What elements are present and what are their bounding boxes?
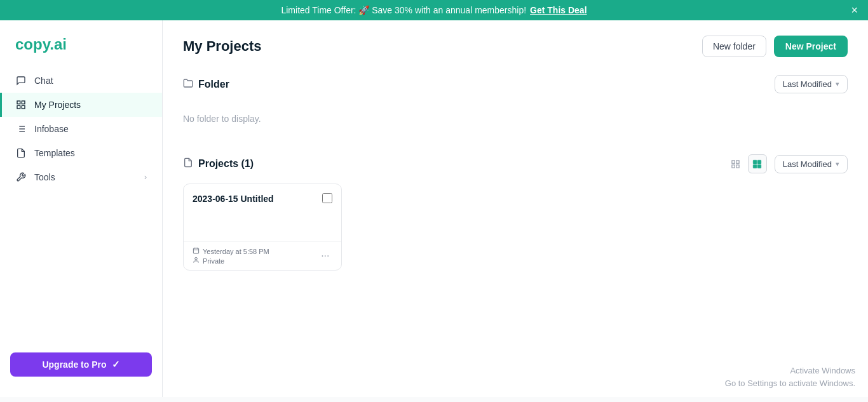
promo-banner: Limited Time Offer: 🚀 Save 30% with an a… (0, 0, 868, 20)
lock-icon (193, 257, 200, 265)
folder-empty-state: No folder to display. (183, 104, 848, 134)
folder-sort-label: Last Modified (783, 79, 832, 89)
sidebar-item-templates[interactable]: Templates (0, 141, 162, 165)
card-privacy-text: Private (203, 257, 224, 265)
sidebar-item-chat[interactable]: Chat (0, 69, 162, 93)
sidebar-item-chat-label: Chat (34, 76, 53, 86)
projects-section: Projects (1) Last Modified ▾ (183, 154, 848, 271)
projects-icon (15, 99, 27, 111)
projects-sort-label: Last Modified (783, 159, 832, 169)
folder-icon (183, 78, 193, 91)
card-date: Yesterday at 5:58 PM (193, 247, 269, 255)
svg-rect-3 (17, 105, 20, 109)
svg-rect-12 (732, 164, 735, 167)
project-card-title: 2023-06-15 Untitled (193, 193, 274, 206)
sidebar-item-my-projects[interactable]: My Projects (0, 93, 162, 117)
sidebar-item-projects-label: My Projects (34, 100, 81, 110)
logo-part1: copy. (15, 36, 54, 53)
new-folder-button[interactable]: New folder (702, 36, 766, 57)
upgrade-btn-label: Upgrade to Pro (42, 359, 106, 370)
infobase-icon (15, 123, 27, 135)
sidebar-item-infobase-label: Infobase (34, 124, 69, 134)
view-controls: Last Modified ▾ (726, 154, 848, 173)
folder-section: Folder Last Modified ▾ No folder to disp… (183, 75, 848, 134)
folder-section-title: Folder (198, 79, 229, 90)
svg-rect-16 (753, 164, 757, 168)
logo-part2: ai (54, 36, 67, 53)
projects-title-row: Projects (1) (183, 157, 254, 170)
calendar-icon (193, 247, 200, 255)
project-card-checkbox[interactable] (322, 193, 332, 203)
svg-rect-11 (736, 160, 739, 163)
svg-rect-10 (732, 160, 735, 163)
card-meta: Yesterday at 5:58 PM Private (193, 247, 269, 265)
grid-view-button[interactable] (748, 154, 767, 173)
svg-rect-17 (757, 164, 761, 168)
project-card[interactable]: 2023-06-15 Untitled Yesterday at 5:58 PM (183, 184, 342, 271)
upgrade-to-pro-button[interactable]: Upgrade to Pro ✓ (10, 352, 152, 377)
folder-title-row: Folder (183, 78, 229, 91)
banner-close-button[interactable]: × (851, 4, 858, 16)
projects-section-title: Projects (1) (198, 158, 254, 170)
header-actions: New folder New Project (702, 36, 848, 57)
sidebar-item-tools[interactable]: Tools › (0, 165, 162, 189)
svg-rect-1 (22, 101, 25, 104)
banner-text: Limited Time Offer: 🚀 Save 30% with an a… (281, 5, 526, 15)
verified-icon: ✓ (112, 359, 120, 370)
svg-rect-18 (193, 248, 198, 253)
folder-sort-chevron-icon: ▾ (836, 80, 839, 88)
main-content: My Projects New folder New Project Folde… (163, 20, 868, 397)
tools-chevron-icon: › (144, 173, 147, 182)
card-top: 2023-06-15 Untitled (184, 184, 341, 241)
projects-sort-dropdown[interactable]: Last Modified ▾ (775, 155, 848, 173)
sidebar-item-tools-label: Tools (34, 172, 55, 182)
svg-rect-2 (22, 105, 25, 109)
projects-section-icon (183, 157, 193, 170)
svg-rect-14 (753, 160, 757, 164)
sidebar-bottom: Upgrade to Pro ✓ (0, 342, 162, 387)
card-more-button[interactable]: ··· (318, 249, 332, 263)
sidebar: copy.ai Chat My Projects Infobase (0, 20, 163, 397)
sidebar-item-infobase[interactable]: Infobase (0, 117, 162, 141)
chat-icon (15, 75, 27, 86)
projects-sort-chevron-icon: ▾ (836, 160, 839, 168)
projects-grid: 2023-06-15 Untitled Yesterday at 5:58 PM (183, 184, 848, 271)
svg-rect-15 (757, 160, 761, 164)
page-header: My Projects New folder New Project (183, 36, 848, 57)
tools-icon (15, 171, 27, 183)
list-view-button[interactable] (726, 154, 745, 173)
get-deal-link[interactable]: Get This Deal (530, 5, 587, 15)
card-privacy: Private (193, 257, 269, 265)
folder-sort-dropdown[interactable]: Last Modified ▾ (775, 75, 848, 93)
templates-icon (15, 147, 27, 159)
page-title: My Projects (183, 38, 262, 55)
card-footer: Yesterday at 5:58 PM Private ··· (184, 241, 341, 270)
sidebar-item-templates-label: Templates (34, 148, 75, 158)
card-date-text: Yesterday at 5:58 PM (203, 248, 269, 255)
svg-point-22 (195, 257, 198, 260)
view-toggle (726, 154, 767, 173)
svg-rect-0 (17, 101, 20, 104)
projects-section-header: Projects (1) Last Modified ▾ (183, 154, 848, 173)
folder-section-header: Folder Last Modified ▾ (183, 75, 848, 93)
logo: copy.ai (0, 30, 162, 69)
new-project-button[interactable]: New Project (774, 36, 848, 57)
svg-rect-13 (736, 164, 739, 167)
